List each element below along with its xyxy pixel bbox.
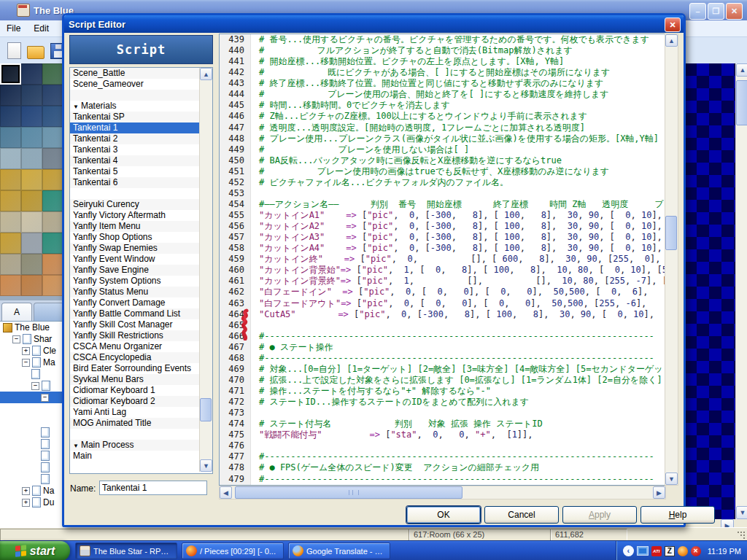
tileset-tile[interactable] bbox=[21, 211, 42, 233]
script-list-item[interactable]: CSCA Encyclopedia bbox=[70, 352, 200, 363]
script-list-item[interactable]: Tankentai SP bbox=[70, 112, 200, 122]
tileset-tab-a[interactable]: A bbox=[1, 303, 32, 321]
minimize-button[interactable]: – bbox=[689, 3, 706, 20]
script-list-item[interactable]: Tankentai 1 bbox=[70, 122, 200, 133]
tileset-tile[interactable] bbox=[42, 148, 63, 169]
tileset-tile[interactable] bbox=[42, 169, 63, 190]
script-list-item[interactable]: Seiryuki Curency bbox=[70, 199, 200, 210]
script-list-item[interactable]: Yanfly Save Engine bbox=[70, 265, 200, 276]
tileset-tile[interactable] bbox=[42, 127, 63, 148]
tree-item[interactable] bbox=[0, 450, 63, 462]
script-list-item[interactable]: CSCA Menu Organizer bbox=[70, 341, 200, 352]
script-list-item[interactable]: Tankentai 3 bbox=[70, 144, 200, 155]
tileset-tile[interactable] bbox=[21, 85, 42, 106]
tileset-tile[interactable] bbox=[21, 127, 42, 148]
scroll-down-icon[interactable]: ▼ bbox=[665, 472, 678, 485]
display-icon[interactable] bbox=[637, 546, 649, 556]
script-list-item[interactable]: Scene_Gameover bbox=[70, 79, 200, 90]
tree-expander-icon[interactable]: + bbox=[22, 499, 30, 507]
script-list-item[interactable]: Scene_Battle bbox=[70, 68, 200, 79]
tileset-tile[interactable] bbox=[0, 275, 21, 296]
tree-item[interactable]: − bbox=[0, 380, 63, 392]
z-icon[interactable]: Z bbox=[665, 546, 675, 556]
tree-item[interactable]: +Na bbox=[0, 485, 63, 497]
ati-icon[interactable]: ATI bbox=[651, 546, 662, 556]
tree-item[interactable]: − bbox=[0, 392, 63, 403]
menu-item-edit[interactable]: Edit bbox=[27, 23, 55, 34]
cancel-button[interactable]: Cancel bbox=[484, 506, 559, 524]
script-list-item[interactable]: Main bbox=[70, 451, 200, 462]
code-editor[interactable]: 439# 番号...使用するピクチャの番号。ピクチャを管理するための番号です。何… bbox=[219, 34, 665, 486]
tileset-tile[interactable] bbox=[21, 148, 42, 169]
tileset-tile[interactable] bbox=[42, 190, 63, 211]
scroll-down-icon[interactable]: ▼ bbox=[200, 459, 212, 472]
script-list-item[interactable]: Yanfly Convert Damage bbox=[70, 298, 200, 308]
script-list-item[interactable]: MOG Animated Title bbox=[70, 418, 200, 429]
scroll-right-icon[interactable]: ▶ bbox=[653, 486, 665, 499]
tree-expander-icon[interactable]: + bbox=[22, 487, 30, 495]
scrollbar-thumb[interactable] bbox=[665, 216, 677, 250]
resize-grip[interactable] bbox=[737, 531, 746, 540]
tileset-tile[interactable] bbox=[42, 233, 63, 254]
script-list-item[interactable]: Yami Anti Lag bbox=[70, 407, 200, 418]
script-list-item[interactable]: Yanfly Shop Options bbox=[70, 232, 200, 243]
tileset-tile[interactable] bbox=[0, 106, 21, 127]
tileset-tile[interactable] bbox=[21, 233, 42, 254]
map-vertical-scrollbar[interactable]: ▲ ▼ bbox=[735, 63, 747, 519]
tree-expander-icon[interactable]: − bbox=[22, 359, 30, 367]
tree-item[interactable]: The Blue bbox=[0, 322, 63, 333]
tileset-tile[interactable] bbox=[21, 190, 42, 211]
scrollbar-thumb[interactable] bbox=[736, 80, 747, 125]
taskbar-task[interactable]: / Pieces [00:29] [- 0... bbox=[182, 542, 284, 559]
menu-item-file[interactable]: File bbox=[0, 23, 27, 34]
tree-item[interactable]: −Shar bbox=[0, 333, 63, 345]
close-button[interactable]: ✕ bbox=[726, 3, 743, 20]
swirl-icon[interactable] bbox=[678, 546, 688, 556]
taskbar-task[interactable]: The Blue Star - RPG ... bbox=[75, 542, 177, 559]
script-list-item[interactable]: Yanfly Victory Aftermath bbox=[70, 210, 200, 221]
tileset-tile[interactable] bbox=[21, 254, 42, 275]
tree-item[interactable]: −Ma bbox=[0, 357, 63, 368]
code-horizontal-scrollbar[interactable]: ◀ ▶ bbox=[219, 486, 666, 499]
tileset-tile[interactable] bbox=[0, 169, 21, 190]
tileset-tile[interactable] bbox=[42, 211, 63, 233]
script-list-item[interactable]: Syvkal Menu Bars bbox=[70, 374, 200, 385]
dialog-close-icon[interactable]: ✕ bbox=[665, 18, 681, 32]
tileset-tile[interactable] bbox=[0, 211, 21, 233]
script-list-item[interactable]: Yanfly Item Menu bbox=[70, 221, 200, 232]
open-folder-icon[interactable] bbox=[27, 46, 44, 59]
tileset-tile[interactable] bbox=[21, 275, 42, 296]
ok-button[interactable]: OK bbox=[406, 506, 481, 524]
dialog-titlebar[interactable]: Script Editor ✕ bbox=[64, 15, 684, 33]
script-list-item[interactable]: Yanfly Battle Command List bbox=[70, 308, 200, 319]
script-list-item[interactable]: Cidiomar Keyboard 1 bbox=[70, 385, 200, 396]
script-list-item[interactable]: Tankentai 6 bbox=[70, 177, 200, 188]
tree-expander-icon[interactable]: − bbox=[41, 394, 49, 402]
start-button[interactable]: start bbox=[0, 541, 70, 560]
tileset-tile[interactable] bbox=[0, 85, 21, 106]
tileset-tile[interactable] bbox=[42, 275, 63, 296]
script-list-item[interactable]: Tankentai 4 bbox=[70, 155, 200, 166]
scrollbar-thumb[interactable] bbox=[200, 398, 212, 421]
tileset-tile[interactable] bbox=[0, 63, 21, 85]
tileset-tile[interactable] bbox=[42, 63, 63, 85]
script-list-scrollbar[interactable]: ▲ ▼ bbox=[199, 68, 212, 472]
scroll-left-icon[interactable]: ◀ bbox=[220, 486, 232, 499]
scroll-down-icon[interactable]: ▼ bbox=[736, 506, 747, 519]
tree-item[interactable] bbox=[0, 473, 63, 485]
script-list-item[interactable]: Yanfly System Options bbox=[70, 276, 200, 287]
chevron-icon[interactable]: ‹ bbox=[623, 545, 634, 556]
script-list-item[interactable]: Tankentai 2 bbox=[70, 133, 200, 144]
help-button[interactable]: Help bbox=[640, 506, 715, 524]
tileset-tile[interactable] bbox=[0, 190, 21, 211]
code-vertical-scrollbar[interactable]: ▲ ▼ bbox=[665, 34, 678, 486]
script-list-item[interactable]: Yanfly Status Menu bbox=[70, 287, 200, 298]
tileset-tile[interactable] bbox=[0, 254, 21, 275]
tree-expander-icon[interactable]: − bbox=[31, 382, 39, 390]
tileset-tile[interactable] bbox=[0, 127, 21, 148]
scrollbar-thumb[interactable] bbox=[235, 486, 462, 499]
tree-item[interactable]: +Du bbox=[0, 497, 63, 508]
tileset-tile[interactable] bbox=[42, 254, 63, 275]
tree-expander-icon[interactable]: + bbox=[22, 347, 30, 355]
script-list-item[interactable]: Yanfly Event Window bbox=[70, 254, 200, 265]
